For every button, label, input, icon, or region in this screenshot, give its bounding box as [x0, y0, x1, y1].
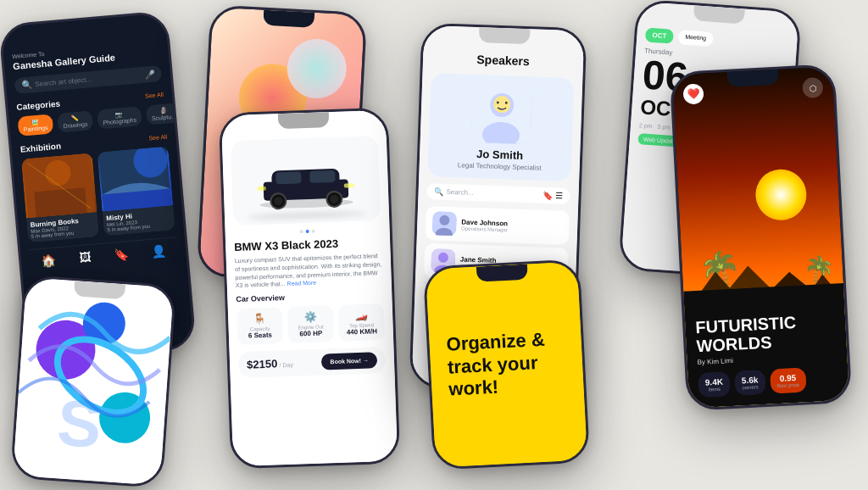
category-paintings[interactable]: 🖼️ Paintings — [17, 114, 53, 136]
stat-items-val: 9.4K — [705, 377, 724, 387]
bmw-specs: 🪑 Capacity 6 Seats ⚙️ Engine Out 600 HP … — [236, 303, 385, 345]
svg-text:S: S — [55, 386, 103, 461]
bmw-price-area: $2150 / Day — [247, 357, 293, 371]
bmw-dot-3 — [312, 230, 315, 233]
bmw-description: Luxury compact SUV that epitomizes the p… — [235, 252, 383, 290]
categories-label: Categories — [16, 98, 60, 111]
speakers-notch — [478, 27, 530, 44]
stat-items-label: items — [705, 387, 723, 393]
speakers-bookmark-icon: 🔖 — [542, 191, 553, 200]
card2-artwork — [97, 147, 174, 212]
nav-profile-icon[interactable]: 👤 — [151, 243, 166, 258]
futuristic-stats: 9.4K items 5.6k owners 0.95 floor price — [698, 365, 838, 398]
engine-icon: ⚙️ — [291, 310, 330, 324]
nav-home-icon[interactable]: 🏠 — [41, 253, 56, 268]
card1-image — [21, 153, 97, 218]
speaker1-info: Dave Johnson Operations Manager — [461, 218, 508, 232]
capacity-val: 6 Seats — [241, 331, 280, 340]
phone-futuristic: ❤️ ⬡ 🌴 🌴 FUTURISTIC WORLDS By Kim Limi 9… — [670, 64, 853, 411]
svg-rect-16 — [344, 183, 354, 187]
card1-artwork — [21, 153, 97, 218]
bmw-car-area — [231, 136, 381, 226]
speaker-list-item-1[interactable]: Dave Johnson Operations Manager — [426, 206, 570, 245]
cal-time2: 3 pm — [657, 124, 670, 131]
speed-val: 440 KM/H — [342, 327, 381, 337]
stat-owners-label: owners — [742, 384, 759, 390]
svg-rect-10 — [275, 171, 301, 184]
calendar-month-badge: OCT — [645, 27, 674, 43]
bmw-dot-1 — [300, 230, 303, 233]
phone-bmw: BMW X3 Black 2023 Luxury compact SUV tha… — [219, 108, 401, 470]
bmw-price: $2150 — [247, 358, 278, 371]
speakers-search[interactable]: 🔍 Search... 🔖 ☰ — [426, 183, 570, 204]
bmw-price-row: $2150 / Day Book Now! → — [238, 347, 387, 378]
bmw-dots — [234, 227, 381, 236]
exhibition-grid: Burning Books Max Davis, 2022 5 m away f… — [21, 147, 175, 243]
speaker-avatar-svg — [470, 83, 531, 144]
gallery-bottom-nav: 🏠 🖼 🔖 👤 — [29, 237, 177, 269]
speaker1-role: Operations Manager — [461, 226, 508, 232]
gallery-search[interactable]: 🔍 Search art object... 🎤 — [14, 65, 162, 94]
futuristic-eth-icon[interactable]: ⬡ — [802, 77, 823, 98]
bmw-content: BMW X3 Black 2023 Luxury compact SUV tha… — [221, 110, 398, 467]
organize-notch — [476, 264, 527, 282]
category-drawings[interactable]: ✏️ Drawings — [57, 110, 93, 133]
speaker1-avatar-svg — [432, 211, 457, 236]
category-sculpt[interactable]: 🗿 Sculptu... — [146, 103, 182, 125]
organize-text: Organize & track your work! — [446, 328, 567, 401]
svg-rect-2 — [34, 187, 86, 217]
bmw-car-svg — [249, 149, 361, 212]
bmw-dot-2 — [306, 230, 309, 233]
category-photos[interactable]: 📷 Photographs — [97, 106, 142, 129]
speaker-profile: Jo Smith Legal Technology Specialist — [427, 73, 574, 181]
mic-icon: 🎤 — [144, 70, 155, 80]
nav-bookmark-icon[interactable]: 🔖 — [114, 247, 129, 261]
nav-gallery-icon[interactable]: 🖼 — [78, 250, 91, 264]
futuristic-notch — [726, 70, 778, 87]
futuristic-overlay: FUTURISTIC WORLDS By Kim Limi 9.4K items… — [684, 300, 849, 409]
speaker1-avatar — [432, 211, 457, 236]
phone-organize: Organize & track your work! — [423, 259, 590, 470]
calendar-meeting-badge: Meeting — [678, 30, 714, 47]
bmw-spec-speed: 🏎️ Top Speed 440 KM/H — [338, 303, 385, 342]
cal-time1: 2 pm — [639, 122, 653, 129]
stat-price-label: floor price — [777, 382, 800, 388]
bmw-spec-engine: ⚙️ Engine Out 600 HP — [287, 305, 334, 343]
abs2-wave-svg: S — [13, 277, 174, 486]
speed-icon: 🏎️ — [342, 309, 381, 322]
bmw-per-day: / Day — [279, 362, 293, 369]
search-icon: 🔍 — [21, 80, 32, 90]
svg-rect-11 — [309, 170, 335, 183]
futuristic-stat-owners: 5.6k owners — [734, 370, 765, 396]
exhibition-label: Exhibition — [19, 142, 61, 154]
engine-val: 600 HP — [292, 329, 331, 338]
bmw-book-button[interactable]: Book Now! → — [321, 352, 377, 370]
exhibition-see-all[interactable]: See All — [148, 134, 167, 142]
bmw-read-more[interactable]: Read More — [287, 280, 316, 287]
abstract-notch — [263, 10, 314, 28]
futuristic-content: ❤️ ⬡ 🌴 🌴 FUTURISTIC WORLDS By Kim Limi 9… — [672, 66, 849, 408]
speakers-search-text: Search... — [446, 188, 542, 199]
phone-abstract2: S — [10, 275, 176, 488]
exhibition-card-1[interactable]: Burning Books Max Davis, 2022 5 m away f… — [21, 153, 99, 242]
speaker-main-avatar — [470, 83, 531, 144]
abstract2-shapes: S — [13, 277, 174, 486]
card2-image — [97, 147, 174, 212]
futuristic-stat-price: 0.95 floor price — [770, 367, 807, 393]
futuristic-title: FUTURISTIC WORLDS — [695, 311, 837, 356]
gallery-search-text: Search art object... — [35, 71, 142, 88]
speakers-search-icon: 🔍 — [433, 187, 442, 196]
bmw-notch — [278, 112, 330, 129]
svg-rect-17 — [258, 187, 266, 191]
bmw-overview-title: Car Overview — [236, 290, 383, 303]
phones-container: Welcome To Ganesha Gallery Guide 🔍 Searc… — [0, 0, 868, 490]
abstract2-content: S — [13, 277, 174, 486]
capacity-icon: 🪑 — [240, 312, 279, 326]
speakers-menu-icon: ☰ — [555, 191, 563, 200]
bmw-title: BMW X3 Black 2023 — [234, 236, 381, 253]
organize-content: Organize & track your work! — [426, 261, 587, 467]
categories-see-all[interactable]: See All — [145, 92, 164, 99]
futuristic-heart-icon[interactable]: ❤️ — [682, 83, 704, 104]
exhibition-card-2[interactable]: Misty Hi Mei Lin, 2023 5 m away from you — [97, 147, 175, 237]
futuristic-stat-items: 9.4K items — [698, 371, 731, 398]
